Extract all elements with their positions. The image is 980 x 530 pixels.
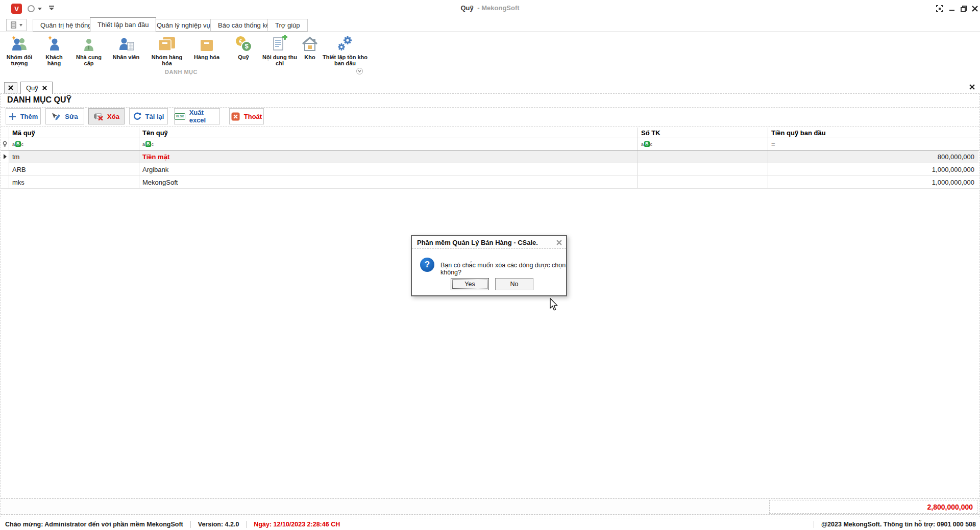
table-row[interactable]: ARB Argibank 1,000,000,000 [1, 163, 979, 176]
ribbon-tab-label: Trợ giúp [275, 21, 300, 29]
export-excel-button[interactable]: XLSX Xuất excel [174, 108, 220, 124]
no-button-label: No [510, 281, 519, 288]
grid-header-row: Mã quỹ Tên quỹ Số TK Tiền quỹ ban đầu [1, 128, 979, 138]
ribbon-tab-thiet-lap-ban-dau[interactable]: Thiết lập ban đầu [90, 17, 156, 32]
ribbon-item-quy[interactable]: € $ Quỹ [231, 34, 256, 60]
ribbon-item-kho[interactable]: Kho [300, 34, 320, 60]
exit-button[interactable]: Thoát [229, 108, 264, 124]
ribbon-item-khach-hang[interactable]: Khách hàng [41, 34, 67, 66]
dialog-close-icon[interactable] [556, 239, 562, 247]
tab-close-icon[interactable] [42, 86, 47, 90]
ribbon-item-noi-dung-thu-chi[interactable]: Nội dung thu chi [262, 34, 297, 66]
title-bar: V Quỹ - MekongSoft [0, 0, 980, 17]
table-row[interactable]: tm Tiền mặt 800,000,000 [1, 150, 979, 163]
cell-so-tk[interactable] [638, 176, 768, 188]
restore-icon[interactable] [958, 4, 969, 13]
ribbon-item-nhom-doi-tuong[interactable]: Nhóm đối tượng [3, 34, 36, 66]
version-text: Version: 4.2.0 [198, 521, 239, 528]
filter-cell-tien-quy[interactable]: = [768, 138, 978, 150]
row-indicator [1, 176, 9, 188]
coins-icon: € $ [231, 34, 256, 53]
cell-ma-quy[interactable]: mks [9, 176, 139, 188]
divider [1, 126, 979, 127]
equals-filter-icon: = [771, 140, 775, 148]
danh-muc-quy-panel: DANH MỤC QUỸ Thêm Sửa Xóa [1, 93, 979, 517]
add-button-label: Thêm [20, 113, 38, 120]
current-row-indicator [1, 150, 9, 163]
window-title-primary: Quỹ [460, 4, 473, 12]
employee-person-doc-icon [110, 34, 142, 53]
cell-tien-quy[interactable]: 1,000,000,000 [768, 163, 978, 175]
row-indicator [1, 163, 9, 175]
yes-button[interactable]: Yes [451, 278, 489, 290]
column-header-ma-quy[interactable]: Mã quỹ [9, 128, 139, 138]
ribbon-item-thiet-lap-ton-kho[interactable]: Thiết lập tồn kho ban đầu [322, 34, 369, 66]
edit-button[interactable]: Sửa [45, 108, 84, 124]
document-tab-quy[interactable]: Quỹ [20, 82, 53, 94]
app-menu-button[interactable] [6, 19, 27, 31]
ribbon-tab-tro-giup[interactable]: Trợ giúp [267, 19, 308, 32]
close-all-tabs-button[interactable] [4, 82, 17, 93]
mouse-cursor [549, 298, 559, 314]
window-title-secondary: - MekongSoft [477, 4, 519, 12]
current-row-arrow-icon [4, 154, 7, 159]
exit-x-icon [231, 112, 240, 121]
no-button[interactable]: No [495, 278, 533, 290]
cell-ten-quy[interactable]: Tiền mặt [139, 150, 638, 163]
fit-window-icon[interactable] [934, 4, 945, 13]
minimize-icon[interactable] [946, 4, 958, 13]
ribbon-item-nhom-hang-hoa[interactable]: Nhóm hàng hóa [147, 34, 187, 66]
gears-icon [322, 34, 369, 53]
close-window-icon[interactable] [969, 4, 980, 13]
ribbon-tab-quan-ly-nghiep-vu[interactable]: Quản lý nghiệp vụ [149, 19, 218, 32]
dollar-glyph: $ [244, 43, 248, 49]
export-excel-button-label: Xuất excel [189, 109, 219, 124]
document-plus-icon [262, 34, 297, 53]
cell-so-tk[interactable] [638, 163, 768, 175]
ribbon-bottom-strip [0, 78, 980, 82]
header-indicator-cell [1, 128, 9, 138]
ribbon-item-label: Nhà cung cấp [72, 54, 105, 66]
confirm-delete-dialog: Phần mềm Quản Lý Bán Hàng - CSale. ? Bạn… [411, 235, 567, 296]
ribbon-tab-quan-tri-he-thong[interactable]: Quản trị hệ thống [33, 19, 99, 32]
divider [1, 107, 979, 108]
cell-ten-quy[interactable]: Argibank [139, 163, 638, 175]
support-text: @2023 MekongSoft. Thông tin hỗ trợ: 0901… [821, 521, 976, 528]
add-button[interactable]: Thêm [6, 108, 41, 124]
delete-button[interactable]: Xóa [88, 108, 125, 124]
collapse-ribbon-icon[interactable] [356, 68, 363, 74]
dialog-title-bar: Phần mềm Quản Lý Bán Hàng - CSale. [412, 236, 566, 249]
ribbon-item-label: Kho [300, 54, 320, 60]
ribbon-item-label: Nhóm đối tượng [3, 54, 36, 66]
column-header-so-tk[interactable]: Số TK [638, 128, 768, 138]
filter-cell-so-tk[interactable]: aBc [638, 138, 768, 150]
ribbon-item-label: Nhóm hàng hóa [147, 54, 187, 66]
column-header-tien-quy-ban-dau[interactable]: Tiền quỹ ban đầu [768, 128, 978, 138]
filter-cell-ten-quy[interactable]: aBc [139, 138, 638, 150]
column-header-ten-quy[interactable]: Tên quỹ [139, 128, 638, 138]
filter-pin-icon [3, 141, 7, 147]
cell-ten-quy[interactable]: MekongSoft [139, 176, 638, 188]
welcome-text: Chào mừng: Administrator đến với phần mề… [5, 521, 183, 528]
application-window: V Quỹ - MekongSoft Quản trị hệ thống Thi… [0, 0, 980, 530]
abc-filter-icon: aBc [641, 141, 652, 147]
xlsx-icon: XLSX [175, 113, 185, 120]
warehouse-house-icon [300, 34, 320, 53]
filter-cell-ma-quy[interactable]: aBc [9, 138, 139, 150]
cell-tien-quy[interactable]: 1,000,000,000 [768, 176, 978, 188]
cell-so-tk[interactable] [638, 150, 768, 163]
ribbon-item-hang-hoa[interactable]: Hàng hóa [192, 34, 222, 60]
reload-button[interactable]: Tải lại [129, 108, 168, 124]
ribbon-item-nha-cung-cap[interactable]: Nhà cung cấp [72, 34, 105, 66]
cell-ma-quy[interactable]: ARB [9, 163, 139, 175]
ribbon-item-label: Nội dung thu chi [262, 54, 297, 66]
strip-close-icon[interactable] [969, 84, 975, 91]
date-text: Ngày: 12/10/2023 2:28:46 CH [254, 521, 340, 528]
cell-ma-quy[interactable]: tm [9, 150, 139, 163]
supplier-person-icon [72, 34, 105, 53]
goods-box-icon [192, 34, 222, 53]
ribbon-item-nhan-vien[interactable]: Nhân viên [110, 34, 142, 60]
table-row[interactable]: mks MekongSoft 1,000,000,000 [1, 176, 979, 189]
cell-tien-quy[interactable]: 800,000,000 [768, 150, 978, 163]
ribbon-tab-label: Quản lý nghiệp vụ [157, 21, 210, 29]
